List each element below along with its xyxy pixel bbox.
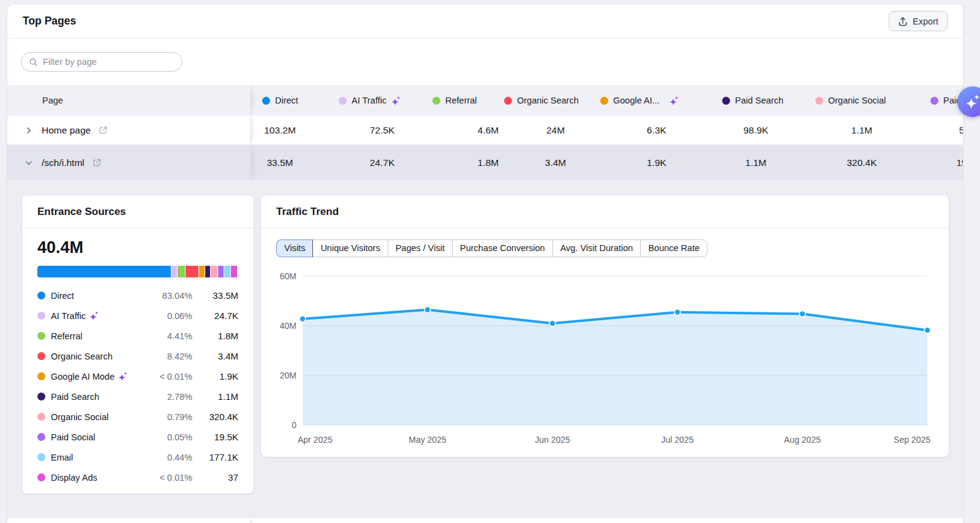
source-value: 177.1K (198, 452, 238, 462)
source-label: Paid Social (51, 432, 96, 442)
source-value: 24.7K (198, 310, 238, 321)
tab-avg-visit-duration[interactable]: Avg. Visit Duration (552, 239, 641, 257)
ai-sparkle-icon (965, 94, 980, 109)
source-value: 1.9K (198, 371, 238, 382)
cell-direct: 103.2M (264, 125, 296, 136)
top-pages-panel: Top Pages Export Page Direct AI Traffic … (7, 4, 963, 523)
cell-direct: 33.5M (266, 157, 293, 168)
cell-google-ai: 1.9K (647, 157, 666, 168)
data-point (549, 320, 556, 326)
table-row-sch-i-html[interactable]: /sch/i.html 33.5M 24.7K 1.8M 3.4M 1.9K 1… (7, 145, 963, 180)
entrance-sources-header: Entrance Sources (22, 195, 254, 228)
source-dot-icon (37, 473, 45, 481)
data-point (300, 316, 306, 322)
filter-input[interactable] (43, 57, 175, 67)
table-row-home-page[interactable]: Home page 103.2M 72.5K 4.6M 24M 6.3K 98.… (7, 116, 963, 145)
expanded-detail-section: Entrance Sources 40.4M Direct83.04%33.5M… (7, 180, 963, 518)
export-icon (898, 17, 908, 26)
source-value: 320.4K (198, 412, 238, 422)
tab-bounce-rate[interactable]: Bounce Rate (640, 239, 707, 257)
source-percent: < 0.01% (159, 473, 192, 483)
cell-ai-traffic: 24.7K (370, 157, 395, 168)
table-row-partial[interactable] (7, 518, 963, 523)
source-row: Display Ads< 0.01%37 (37, 467, 238, 487)
source-percent: 8.42% (167, 352, 192, 361)
source-dot-icon (37, 332, 45, 340)
cell-organic-social: 1.1M (851, 125, 872, 136)
data-point (674, 309, 680, 315)
sources-stacked-bar (37, 266, 238, 277)
source-row: Paid Social0.05%19.5K (37, 427, 238, 447)
tab-pages-per-visit[interactable]: Pages / Visit (388, 239, 453, 257)
y-tick-label: 0 (292, 420, 296, 430)
y-tick-label: 40M (280, 321, 296, 331)
data-point (424, 307, 431, 313)
tab-visits[interactable]: Visits (276, 239, 313, 257)
source-label: Email (51, 453, 73, 462)
column-ai-traffic: AI Traffic (339, 96, 401, 105)
source-percent: 4.41% (167, 331, 192, 341)
page-name: /sch/i.html (42, 157, 85, 168)
cell-referral: 1.8M (478, 157, 499, 168)
y-tick-label: 20M (280, 371, 296, 380)
source-row: Organic Social0.79%320.4K (37, 407, 238, 427)
source-label: Organic Social (51, 412, 108, 422)
row-values: 33.5M 24.7K 1.8M 3.4M 1.9K 1.1M 320.4K 1… (251, 145, 963, 180)
page-title: Top Pages (23, 15, 76, 28)
external-link-icon[interactable] (99, 126, 108, 135)
source-percent: < 0.01% (159, 372, 192, 382)
cell-ai-traffic: 72.5K (370, 125, 395, 136)
chevron-down-icon[interactable] (24, 158, 34, 168)
sparkle-icon (118, 372, 127, 381)
tab-unique-visitors[interactable]: Unique Visitors (312, 239, 388, 257)
page-cell (7, 518, 251, 523)
external-link-icon[interactable] (92, 158, 102, 167)
export-label: Export (913, 17, 938, 26)
source-dot-icon (37, 292, 45, 299)
bar-segment (205, 266, 210, 277)
bar-segment (199, 266, 205, 277)
source-percent: 0.05% (167, 432, 192, 442)
header-columns: Direct AI Traffic Referral Organic Searc… (251, 85, 963, 116)
bar-segment (186, 266, 198, 277)
x-tick-label: Jun 2025 (535, 435, 570, 445)
column-paid: Paid (930, 96, 961, 105)
entrance-total: 40.4M (37, 238, 238, 257)
source-value: 19.5K (198, 432, 238, 442)
source-value: 1.1M (198, 391, 238, 402)
source-percent: 0.06% (167, 311, 192, 321)
panel-header: Top Pages Export (7, 4, 963, 39)
cell-paid: 5 (959, 125, 963, 136)
tab-purchase-conversion[interactable]: Purchase Conversion (452, 239, 553, 257)
source-value: 33.5M (198, 290, 238, 301)
traffic-trend-header: Traffic Trend (261, 195, 949, 228)
source-percent: 2.78% (167, 392, 192, 402)
source-dot-icon (37, 453, 45, 461)
source-row: Direct83.04%33.5M (37, 285, 238, 306)
column-organic-search: Organic Search (504, 96, 579, 105)
bar-segment (172, 266, 178, 277)
column-paid-search: Paid Search (722, 96, 783, 105)
sources-list: Direct83.04%33.5MAI Traffic0.06%24.7KRef… (37, 285, 238, 487)
google-ai-dot-icon (600, 97, 608, 105)
source-label: AI Traffic (51, 311, 99, 321)
source-percent: 0.79% (167, 412, 192, 422)
bar-segment (231, 266, 237, 277)
source-label: Referral (51, 331, 83, 341)
chevron-right-icon[interactable] (24, 126, 34, 135)
bar-segment (178, 266, 184, 277)
page: Top Pages Export Page Direct AI Traffic … (0, 0, 980, 523)
export-button[interactable]: Export (889, 11, 948, 31)
source-dot-icon (37, 352, 45, 360)
sparkle-icon (89, 311, 99, 320)
column-organic-social: Organic Social (815, 96, 886, 105)
referral-dot-icon (432, 97, 440, 105)
bar-segment (218, 266, 224, 277)
row-values: 103.2M 72.5K 4.6M 24M 6.3K 98.9K 1.1M 5 (251, 116, 963, 145)
source-value: 3.4M (198, 351, 238, 361)
y-tick-label: 60M (280, 271, 296, 281)
source-percent: 0.44% (167, 453, 192, 462)
sparkle-icon (669, 96, 679, 105)
bar-segment (37, 266, 171, 277)
cell-paid-search: 1.1M (745, 157, 766, 168)
